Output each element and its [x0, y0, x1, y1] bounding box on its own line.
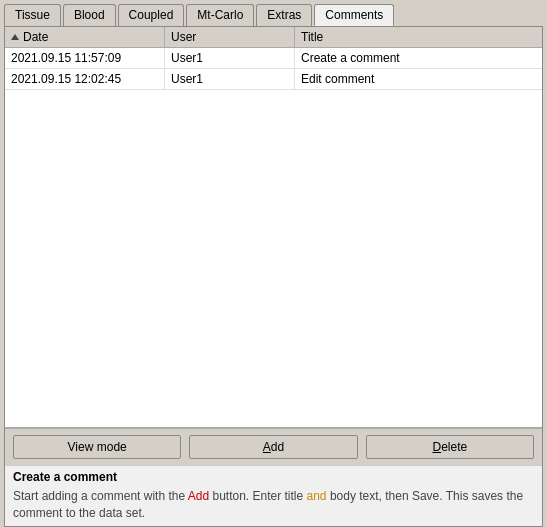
status-description: Start adding a comment with the Add butt…	[13, 488, 534, 522]
table-body: 2021.09.15 11:57:09 User1 Create a comme…	[5, 48, 542, 427]
status-section: Create a comment Start adding a comment …	[5, 465, 542, 526]
main-container: Tissue Blood Coupled Mt-Carlo Extras Com…	[0, 0, 547, 527]
status-title: Create a comment	[13, 470, 534, 484]
cell-date-2: 2021.09.15 12:02:45	[5, 69, 165, 89]
add-button[interactable]: Add	[189, 435, 357, 459]
cell-title-1: Create a comment	[295, 48, 542, 68]
tabs-bar: Tissue Blood Coupled Mt-Carlo Extras Com…	[0, 0, 547, 26]
cell-date-1: 2021.09.15 11:57:09	[5, 48, 165, 68]
highlight-add: Add	[188, 489, 209, 503]
tab-extras[interactable]: Extras	[256, 4, 312, 26]
tab-tissue[interactable]: Tissue	[4, 4, 61, 26]
cell-user-1: User1	[165, 48, 295, 68]
tab-mt-carlo[interactable]: Mt-Carlo	[186, 4, 254, 26]
cell-title-2: Edit comment	[295, 69, 542, 89]
header-user: User	[165, 27, 295, 47]
table-header: Date User Title	[5, 27, 542, 48]
table-container: Date User Title 2021.09.15 11:57:09 User…	[5, 27, 542, 428]
highlight-and: and	[307, 489, 327, 503]
tab-coupled[interactable]: Coupled	[118, 4, 185, 26]
header-date: Date	[5, 27, 165, 47]
cell-user-2: User1	[165, 69, 295, 89]
header-title: Title	[295, 27, 542, 47]
buttons-area: View mode Add Delete	[5, 428, 542, 465]
view-mode-button[interactable]: View mode	[13, 435, 181, 459]
tab-blood[interactable]: Blood	[63, 4, 116, 26]
sort-arrow-icon	[11, 34, 19, 40]
tab-comments[interactable]: Comments	[314, 4, 394, 26]
table-row[interactable]: 2021.09.15 11:57:09 User1 Create a comme…	[5, 48, 542, 69]
content-area: Date User Title 2021.09.15 11:57:09 User…	[4, 26, 543, 527]
table-row[interactable]: 2021.09.15 12:02:45 User1 Edit comment	[5, 69, 542, 90]
delete-button[interactable]: Delete	[366, 435, 534, 459]
